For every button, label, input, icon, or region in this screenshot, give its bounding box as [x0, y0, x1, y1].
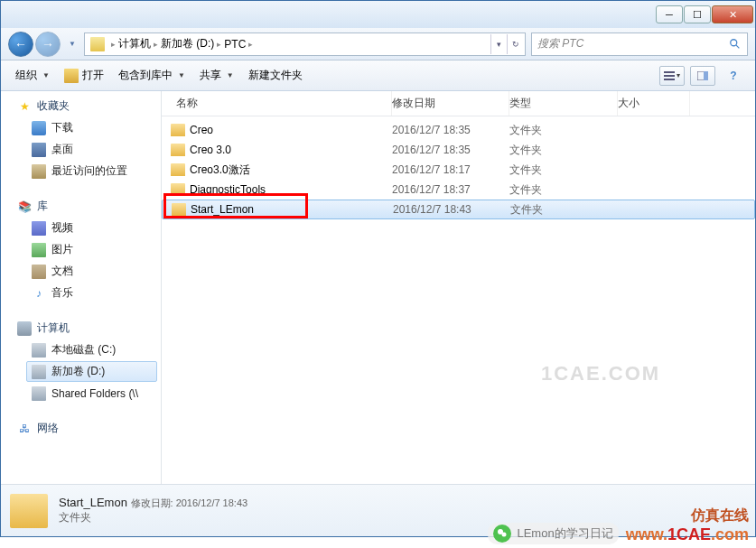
music-icon: ♪: [32, 286, 46, 301]
folder-icon: [171, 183, 185, 196]
search-input[interactable]: 搜索 PTC: [531, 33, 748, 56]
column-type[interactable]: 类型: [509, 91, 618, 116]
sidebar-downloads[interactable]: 下载: [1, 118, 161, 137]
svg-rect-6: [704, 71, 708, 80]
library-icon: 📚: [17, 200, 32, 214]
organize-menu[interactable]: 组织▼: [10, 65, 55, 86]
recent-icon: [32, 164, 46, 179]
breadcrumb-dropdown[interactable]: ▾: [490, 34, 507, 54]
computer-icon: [17, 321, 32, 336]
back-button[interactable]: ←: [8, 32, 33, 57]
overlay-branding: LEmon的学习日记 仿真在线 www.1CAE.com: [481, 503, 756, 548]
sidebar-music[interactable]: ♪音乐: [1, 283, 161, 302]
search-icon: [729, 38, 742, 51]
folder-icon: [171, 163, 185, 176]
watermark-text: 1CAE.COM: [541, 362, 660, 385]
svg-line-1: [736, 44, 740, 48]
preview-pane-button[interactable]: [690, 66, 715, 86]
chevron-right-icon[interactable]: ▸: [154, 40, 158, 49]
nav-history-dropdown[interactable]: ▼: [66, 33, 79, 55]
toolbar: 组织▼ 打开 包含到库中▼ 共享▼ 新建文件夹 ▾ ?: [1, 60, 755, 91]
list-icon: [664, 71, 675, 80]
minimize-button[interactable]: ─: [656, 5, 683, 23]
close-button[interactable]: ✕: [712, 5, 753, 23]
file-pane: 名称 修改日期 类型 大小 Creo 2016/12/7 18:35文件夹 Cr…: [162, 91, 755, 484]
drive-icon: [32, 365, 46, 379]
pane-icon: [697, 71, 708, 80]
chevron-right-icon[interactable]: ▸: [248, 40, 253, 49]
maximize-button[interactable]: ☐: [684, 5, 711, 23]
file-row[interactable]: Creo 3.0 2016/12/7 18:35文件夹: [162, 140, 755, 160]
breadcrumb[interactable]: ▸ 计算机 ▸ 新加卷 (D:) ▸ PTC ▸ ▾ ↻: [84, 33, 526, 56]
wechat-badge: LEmon的学习日记: [488, 523, 618, 544]
sidebar-ddrive[interactable]: 新加卷 (D:): [26, 361, 157, 382]
breadcrumb-computer[interactable]: 计算机: [118, 36, 151, 51]
svg-point-8: [502, 533, 507, 537]
column-date[interactable]: 修改日期: [392, 91, 509, 116]
sidebar-cdrive[interactable]: 本地磁盘 (C:): [1, 340, 161, 359]
wechat-icon: [493, 525, 511, 543]
sidebar-shared[interactable]: Shared Folders (\\: [1, 385, 161, 403]
picture-icon: [32, 243, 46, 257]
network-drive-icon: [32, 386, 46, 401]
svg-rect-3: [664, 75, 675, 77]
search-placeholder: 搜索 PTC: [537, 36, 583, 51]
column-size[interactable]: 大小: [618, 91, 690, 116]
newfolder-button[interactable]: 新建文件夹: [243, 65, 308, 86]
view-options-button[interactable]: ▾: [659, 66, 685, 86]
title-bar: ─ ☐ ✕: [1, 1, 755, 28]
sidebar: ★收藏夹 下载 桌面 最近访问的位置 📚库 视频 图片 文档 ♪音乐 计算机 本…: [1, 91, 162, 484]
sidebar-pictures[interactable]: 图片: [1, 240, 161, 259]
folder-icon: [172, 203, 186, 216]
sidebar-desktop[interactable]: 桌面: [1, 140, 161, 159]
sidebar-documents[interactable]: 文档: [1, 262, 161, 281]
file-row[interactable]: Creo 2016/12/7 18:35文件夹: [162, 120, 755, 140]
details-type: 文件夹: [59, 510, 247, 525]
chevron-right-icon[interactable]: ▸: [217, 40, 221, 49]
breadcrumb-drive[interactable]: 新加卷 (D:): [161, 36, 214, 51]
forward-button[interactable]: →: [35, 32, 61, 57]
details-name: Start_LEmon: [59, 496, 127, 509]
sidebar-library[interactable]: 📚库: [1, 197, 161, 216]
svg-rect-4: [664, 79, 675, 80]
include-menu[interactable]: 包含到库中▼: [113, 65, 191, 86]
sidebar-recent[interactable]: 最近访问的位置: [1, 162, 161, 181]
column-headers: 名称 修改日期 类型 大小: [162, 91, 755, 116]
refresh-button[interactable]: ↻: [507, 34, 523, 54]
file-row-selected[interactable]: Start_LEmon 2016/12/7 18:43文件夹: [162, 200, 755, 219]
chevron-right-icon[interactable]: ▸: [111, 40, 116, 49]
desktop-icon: [32, 143, 46, 157]
svg-rect-2: [664, 71, 675, 73]
column-name[interactable]: 名称: [162, 91, 392, 116]
folder-icon: [10, 494, 48, 528]
brand-text: 仿真在线 www.1CAE.com: [626, 506, 749, 544]
folder-icon: [171, 124, 185, 136]
folder-icon: [171, 144, 185, 156]
folder-icon: [90, 37, 105, 51]
help-button[interactable]: ?: [721, 66, 746, 86]
file-row[interactable]: DiagnosticTools 2016/12/7 18:37文件夹: [162, 180, 755, 200]
file-row[interactable]: Creo3.0激活 2016/12/7 18:17文件夹: [162, 160, 755, 180]
svg-point-0: [731, 39, 737, 45]
sidebar-video[interactable]: 视频: [1, 218, 161, 237]
open-button[interactable]: 打开: [59, 65, 109, 86]
star-icon: ★: [17, 99, 32, 114]
sidebar-computer[interactable]: 计算机: [1, 319, 161, 338]
breadcrumb-folder[interactable]: PTC: [224, 38, 246, 51]
network-icon: 🖧: [17, 422, 32, 436]
address-bar: ← → ▼ ▸ 计算机 ▸ 新加卷 (D:) ▸ PTC ▸ ▾ ↻ 搜索 PT…: [1, 28, 755, 60]
document-icon: [32, 265, 46, 279]
open-icon: [64, 69, 79, 83]
download-icon: [32, 121, 46, 135]
sidebar-favorites[interactable]: ★收藏夹: [1, 97, 161, 116]
drive-icon: [32, 343, 46, 358]
sidebar-network[interactable]: 🖧网络: [1, 419, 161, 438]
share-menu[interactable]: 共享▼: [194, 65, 239, 86]
video-icon: [32, 221, 46, 236]
